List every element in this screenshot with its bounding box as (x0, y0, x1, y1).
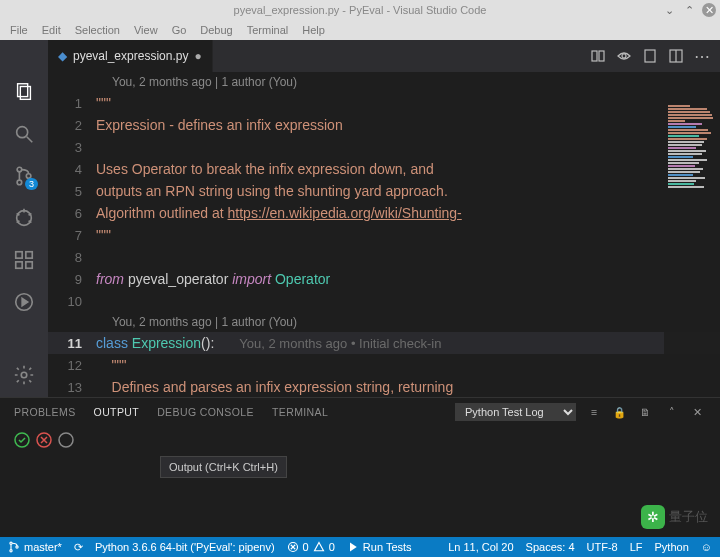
editor-actions-group: ⋯ (580, 40, 720, 72)
status-feedback-icon[interactable]: ☺ (701, 541, 712, 553)
status-run-tests[interactable]: Run Tests (347, 541, 412, 553)
status-problems[interactable]: 0 0 (287, 541, 335, 553)
svg-point-25 (21, 372, 27, 378)
status-sync[interactable]: ⟳ (74, 541, 83, 554)
panel-tab-terminal[interactable]: TERMINAL (272, 406, 328, 418)
editor-tab-active[interactable]: ◆ pyeval_expression.py ● (48, 40, 213, 72)
scm-badge: 3 (25, 178, 38, 190)
bottom-panel: PROBLEMS OUTPUT DEBUG CONSOLE TERMINAL P… (0, 397, 720, 537)
panel-maximize-icon[interactable]: ˄ (664, 404, 680, 420)
svg-point-10 (17, 167, 22, 172)
svg-point-28 (59, 433, 73, 447)
status-spaces[interactable]: Spaces: 4 (526, 541, 575, 553)
test-skip-icon (58, 432, 74, 448)
panel-tab-debug-console[interactable]: DEBUG CONSOLE (157, 406, 254, 418)
preview-icon[interactable] (616, 48, 632, 64)
svg-point-31 (16, 546, 18, 548)
svg-rect-21 (26, 262, 32, 268)
menu-file[interactable]: File (10, 24, 28, 36)
activity-bar-spacer (0, 40, 48, 72)
activity-scm[interactable]: 3 (10, 162, 38, 190)
editor-tab-dirty-icon[interactable]: ● (194, 49, 201, 63)
test-pass-icon (14, 432, 30, 448)
line-number: 2 (48, 118, 96, 133)
status-branch[interactable]: master* (8, 541, 62, 553)
status-eol[interactable]: LF (630, 541, 643, 553)
line-number: 3 (48, 140, 96, 155)
menu-terminal[interactable]: Terminal (247, 24, 289, 36)
svg-rect-6 (18, 84, 28, 97)
code-line: Expression - defines an infix expression (96, 117, 720, 133)
open-changes-icon[interactable] (642, 48, 658, 64)
status-bar: master* ⟳ Python 3.6.6 64-bit ('PyEval':… (0, 537, 720, 557)
editor-tabstrip: ◆ pyeval_expression.py ● ⋯ (0, 40, 720, 72)
lock-scroll-icon[interactable]: 🔒 (612, 404, 628, 420)
clear-output-icon[interactable]: ≡ (586, 404, 602, 420)
code-line: outputs an RPN string using the shunting… (96, 183, 720, 199)
svg-rect-1 (599, 51, 604, 61)
status-interpreter[interactable]: Python 3.6.6 64-bit ('PyEval': pipenv) (95, 541, 275, 553)
menu-selection[interactable]: Selection (75, 24, 120, 36)
svg-point-11 (17, 180, 22, 185)
line-number: 10 (48, 294, 96, 309)
svg-rect-3 (645, 50, 655, 62)
activity-extensions[interactable] (10, 246, 38, 274)
line-number: 11 (48, 336, 96, 351)
menu-debug[interactable]: Debug (200, 24, 232, 36)
svg-point-2 (622, 54, 626, 58)
activity-settings[interactable] (10, 361, 38, 389)
python-file-icon: ◆ (58, 49, 67, 63)
activity-test[interactable] (10, 288, 38, 316)
output-tab-tooltip: Output (Ctrl+K Ctrl+H) (160, 456, 287, 478)
watermark-text: 量子位 (669, 508, 708, 526)
window-minimize-icon[interactable]: ⌄ (662, 3, 676, 17)
line-number: 7 (48, 228, 96, 243)
window-maximize-icon[interactable]: ⌃ (682, 3, 696, 17)
code-line: from pyeval_operator import Operator (96, 271, 720, 287)
svg-point-13 (17, 211, 32, 226)
code-editor[interactable]: You, 2 months ago | 1 author (You) 1""" … (48, 72, 720, 397)
activity-debug[interactable] (10, 204, 38, 232)
status-encoding[interactable]: UTF-8 (587, 541, 618, 553)
window-titlebar: pyeval_expression.py - PyEval - Visual S… (0, 0, 720, 20)
svg-rect-22 (26, 252, 32, 258)
watermark-icon: ✲ (641, 505, 665, 529)
codelens-file[interactable]: You, 2 months ago | 1 author (You) (48, 72, 720, 92)
line-number: 6 (48, 206, 96, 221)
split-editor-icon[interactable] (668, 48, 684, 64)
test-fail-icon (36, 432, 52, 448)
output-body[interactable] (0, 426, 720, 537)
svg-rect-0 (592, 51, 597, 61)
editor-tab-label: pyeval_expression.py (73, 49, 188, 63)
menu-view[interactable]: View (134, 24, 158, 36)
activity-explorer[interactable] (10, 78, 38, 106)
activity-search[interactable] (10, 120, 38, 148)
minimap[interactable] (664, 104, 720, 364)
split-compare-icon[interactable] (590, 48, 606, 64)
menu-go[interactable]: Go (172, 24, 187, 36)
window-close-icon[interactable]: ✕ (702, 3, 716, 17)
menu-help[interactable]: Help (302, 24, 325, 36)
code-line: class Expression(): You, 2 months ago • … (96, 335, 720, 351)
svg-marker-24 (22, 298, 28, 305)
line-number: 1 (48, 96, 96, 111)
code-line: """ (96, 227, 720, 243)
more-actions-icon[interactable]: ⋯ (694, 48, 710, 64)
svg-marker-35 (350, 543, 357, 552)
menu-edit[interactable]: Edit (42, 24, 61, 36)
panel-tab-output[interactable]: OUTPUT (94, 406, 140, 418)
menu-bar: File Edit Selection View Go Debug Termin… (0, 20, 720, 40)
status-lncol[interactable]: Ln 11, Col 20 (448, 541, 513, 553)
panel-tab-problems[interactable]: PROBLEMS (14, 406, 76, 418)
watermark: ✲ 量子位 (641, 505, 708, 529)
line-number: 12 (48, 358, 96, 373)
panel-close-icon[interactable]: ✕ (690, 404, 706, 420)
svg-rect-7 (20, 87, 30, 100)
output-channel-select[interactable]: Python Test Log (455, 403, 576, 421)
open-log-icon[interactable]: 🗎 (638, 404, 654, 420)
status-language[interactable]: Python (655, 541, 689, 553)
line-number: 5 (48, 184, 96, 199)
codelens-class[interactable]: You, 2 months ago | 1 author (You) (48, 312, 720, 332)
svg-point-30 (10, 550, 12, 552)
code-line: """ (96, 95, 720, 111)
